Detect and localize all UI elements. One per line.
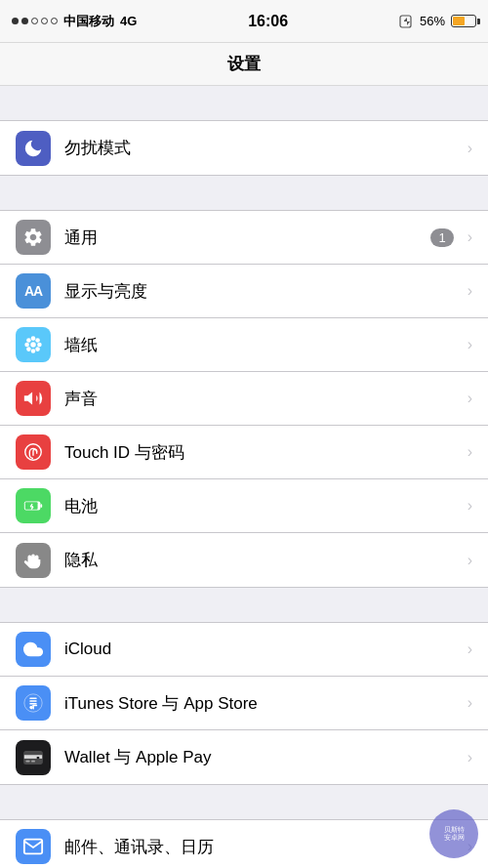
svg-rect-12 <box>40 504 42 508</box>
status-left: 中国移动 4G <box>12 13 137 30</box>
wallet-label: Wallet 与 Apple Pay <box>64 746 464 768</box>
settings-item-itunes[interactable]: iTunes Store 与 App Store › <box>0 677 488 730</box>
watermark: 贝斯特安卓网 <box>429 809 478 858</box>
battery-percent: 56% <box>420 14 445 28</box>
section-general: 通用 1 › AA 显示与亮度 › <box>0 210 488 588</box>
wallpaper-icon-wrap <box>16 327 51 362</box>
chevron-icon: › <box>468 641 472 658</box>
svg-rect-20 <box>29 703 36 704</box>
svg-rect-18 <box>29 698 36 699</box>
section-gap-4 <box>0 785 488 819</box>
dot4 <box>41 18 48 24</box>
page-title: 设置 <box>227 53 261 75</box>
chevron-icon: › <box>468 749 472 766</box>
svg-point-6 <box>26 338 31 343</box>
mail-label: 邮件、通讯录、日历 <box>64 836 464 858</box>
status-bar: 中国移动 4G 16:06 56% <box>0 0 488 43</box>
settings-item-icloud[interactable]: iCloud › <box>0 623 488 677</box>
settings-item-wallpaper[interactable]: 墙纸 › <box>0 318 488 372</box>
settings-item-general[interactable]: 通用 1 › <box>0 211 488 265</box>
speaker-icon <box>22 388 44 409</box>
settings-content: 勿扰模式 › 通用 1 › AA 显示与亮度 › <box>0 86 488 868</box>
itunes-icon <box>22 692 44 714</box>
settings-item-wallet[interactable]: Wallet 与 Apple Pay › <box>0 730 488 784</box>
privacy-label: 隐私 <box>64 549 464 571</box>
section-apps: 邮件、通讯录、日历 › 备忘录 › <box>0 819 488 868</box>
fingerprint-icon <box>22 441 44 463</box>
chevron-icon: › <box>468 552 472 569</box>
flower-icon <box>22 334 44 355</box>
icloud-label: iCloud <box>64 640 464 659</box>
settings-item-display[interactable]: AA 显示与亮度 › <box>0 265 488 318</box>
time-display: 16:06 <box>248 13 288 30</box>
touchid-icon-wrap <box>16 434 51 470</box>
chevron-icon: › <box>468 336 472 353</box>
status-right: 56% <box>399 14 476 29</box>
svg-rect-27 <box>31 760 35 762</box>
section-gap-top <box>0 86 488 120</box>
nav-bar: 设置 <box>0 43 488 86</box>
chevron-icon: › <box>468 282 472 300</box>
chevron-icon: › <box>468 228 472 246</box>
charge-icon <box>399 14 412 29</box>
settings-item-privacy[interactable]: 隐私 › <box>0 533 488 587</box>
settings-item-do-not-disturb[interactable]: 勿扰模式 › <box>0 121 488 175</box>
chevron-icon: › <box>468 140 472 157</box>
chevron-icon: › <box>468 443 472 461</box>
chevron-icon: › <box>468 497 472 515</box>
svg-point-8 <box>35 338 40 343</box>
settings-item-touchid[interactable]: Touch ID 与密码 › <box>0 426 488 479</box>
svg-rect-25 <box>24 755 42 759</box>
moon-icon <box>22 138 44 159</box>
section-do-not-disturb: 勿扰模式 › <box>0 120 488 176</box>
gear-icon <box>22 227 44 248</box>
sounds-label: 声音 <box>64 388 464 410</box>
battery-fill <box>453 17 465 25</box>
display-label: 显示与亮度 <box>64 280 464 303</box>
network-type-label: 4G <box>120 14 137 28</box>
dot1 <box>12 18 19 24</box>
svg-point-1 <box>30 342 36 348</box>
svg-rect-23 <box>33 705 38 706</box>
touchid-label: Touch ID 与密码 <box>64 441 464 464</box>
carrier-label: 中国移动 <box>63 13 114 30</box>
wallet-icon-wrap <box>16 740 51 775</box>
svg-point-5 <box>37 343 42 348</box>
settings-item-mail[interactable]: 邮件、通讯录、日历 › <box>0 820 488 868</box>
svg-point-21 <box>29 706 33 710</box>
general-badge: 1 <box>430 228 453 247</box>
itunes-icon-wrap <box>16 685 51 721</box>
battery-icon-wrap <box>16 488 51 523</box>
itunes-label: iTunes Store 与 App Store <box>64 692 464 715</box>
svg-rect-19 <box>29 700 36 701</box>
chevron-icon: › <box>468 390 472 407</box>
display-icon-wrap: AA <box>16 273 51 309</box>
hand-icon <box>22 550 44 571</box>
svg-marker-10 <box>24 393 32 405</box>
battery-icon <box>451 15 476 27</box>
svg-point-7 <box>35 347 40 351</box>
svg-point-2 <box>31 336 36 341</box>
signal-dots <box>12 18 58 24</box>
settings-item-sounds[interactable]: 声音 › <box>0 372 488 426</box>
cloud-icon <box>22 639 44 660</box>
section-accounts: iCloud › iTunes Store 与 App Store › <box>0 622 488 785</box>
settings-item-battery[interactable]: 电池 › <box>0 479 488 533</box>
mail-icon <box>22 836 44 857</box>
general-icon-wrap <box>16 220 51 255</box>
dot3 <box>31 18 38 24</box>
do-not-disturb-label: 勿扰模式 <box>64 137 464 159</box>
wallet-icon <box>22 747 44 768</box>
general-label: 通用 <box>64 227 430 249</box>
section-gap-2 <box>0 176 488 210</box>
svg-rect-26 <box>26 760 30 762</box>
svg-point-9 <box>26 347 31 351</box>
svg-point-4 <box>24 343 29 348</box>
privacy-icon-wrap <box>16 543 51 578</box>
section-gap-3 <box>0 588 488 622</box>
mail-icon-wrap <box>16 829 51 864</box>
wallpaper-label: 墙纸 <box>64 334 464 356</box>
battery-label: 电池 <box>64 495 464 517</box>
chevron-icon: › <box>468 694 472 712</box>
watermark-text: 贝斯特安卓网 <box>444 826 465 843</box>
